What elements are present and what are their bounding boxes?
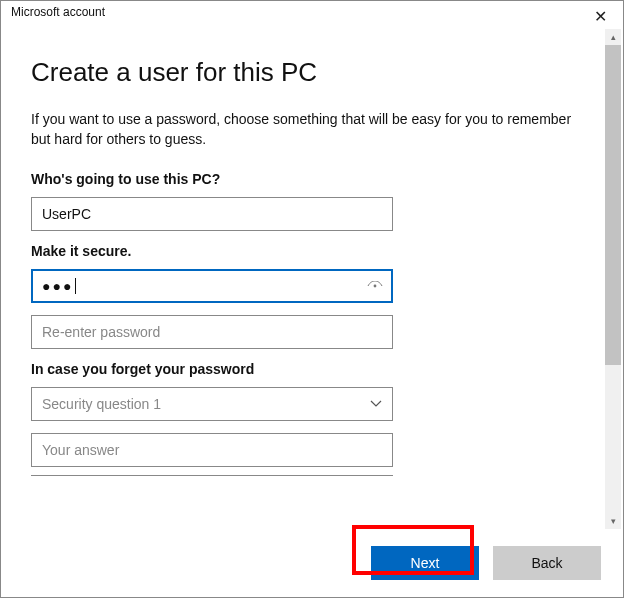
text-caret <box>75 278 76 294</box>
back-button-label: Back <box>531 555 562 571</box>
page-title: Create a user for this PC <box>31 57 593 88</box>
forget-section-label: In case you forget your password <box>31 361 593 377</box>
next-button[interactable]: Next <box>371 546 479 580</box>
username-section-label: Who's going to use this PC? <box>31 171 593 187</box>
security-question-select[interactable]: Security question 1 <box>31 387 393 421</box>
security-answer-placeholder: Your answer <box>42 442 119 458</box>
scroll-viewport: Create a user for this PC If you want to… <box>1 29 623 529</box>
cutoff-field-top-border <box>31 475 393 476</box>
secure-section-label: Make it secure. <box>31 243 593 259</box>
page-subtitle: If you want to use a password, choose so… <box>31 110 591 149</box>
next-button-label: Next <box>411 555 440 571</box>
reenter-password-input[interactable]: Re-enter password <box>31 315 393 349</box>
username-value: UserPC <box>42 206 91 222</box>
window-frame: Microsoft account ✕ Create a user for th… <box>0 0 624 598</box>
scrollbar-track[interactable]: ▴ ▾ <box>605 29 621 529</box>
password-input[interactable]: ●●● <box>31 269 393 303</box>
security-answer-input[interactable]: Your answer <box>31 433 393 467</box>
reveal-password-icon[interactable] <box>367 278 383 294</box>
content-area: Create a user for this PC If you want to… <box>1 29 623 529</box>
chevron-down-icon <box>370 397 382 411</box>
titlebar: Microsoft account ✕ <box>1 1 623 29</box>
scroll-up-icon[interactable]: ▴ <box>605 29 621 45</box>
scrollbar-thumb[interactable] <box>605 45 621 365</box>
reenter-placeholder: Re-enter password <box>42 324 160 340</box>
svg-point-0 <box>374 285 377 288</box>
footer-bar: Next Back <box>1 529 623 597</box>
back-button[interactable]: Back <box>493 546 601 580</box>
scroll-down-icon[interactable]: ▾ <box>605 513 621 529</box>
security-question-placeholder: Security question 1 <box>42 396 161 412</box>
username-input[interactable]: UserPC <box>31 197 393 231</box>
window-title: Microsoft account <box>11 5 105 19</box>
close-icon[interactable]: ✕ <box>586 5 615 29</box>
password-masked-value: ●●● <box>42 278 73 294</box>
